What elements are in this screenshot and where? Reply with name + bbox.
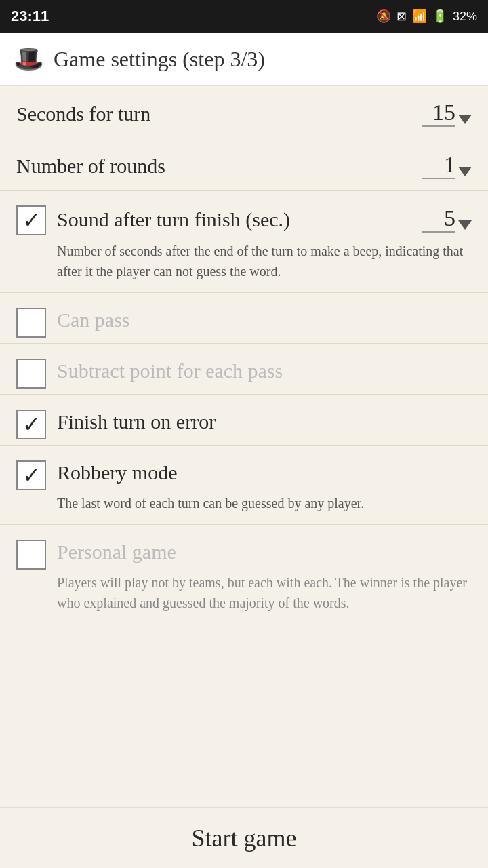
- finish-turn-row[interactable]: ✓ Finish turn on error: [0, 395, 488, 445]
- personal-game-description: Players will play not by teams, but each…: [0, 572, 488, 624]
- sound-checkbox[interactable]: ✓: [16, 205, 46, 235]
- robbery-mode-label: Robbery mode: [57, 459, 177, 486]
- start-game-button[interactable]: Start game: [192, 824, 297, 852]
- subtract-point-checkbox[interactable]: [16, 359, 46, 389]
- robbery-checkmark: ✓: [22, 465, 41, 486]
- sound-after-turn-row[interactable]: ✓ Sound after turn finish (sec.) 5: [0, 191, 488, 241]
- hat-icon: 🎩: [14, 45, 44, 73]
- seconds-for-turn-row[interactable]: Seconds for turn 15: [0, 86, 488, 138]
- personal-game-label: Personal game: [57, 538, 176, 565]
- can-pass-label: Can pass: [57, 307, 130, 333]
- personal-game-checkbox[interactable]: [16, 540, 46, 570]
- can-pass-row[interactable]: Can pass: [0, 293, 488, 343]
- finish-turn-checkmark: ✓: [22, 414, 41, 435]
- page-header: 🎩 Game settings (step 3/3): [0, 33, 488, 86]
- subtract-point-label: Subtract point for each pass: [57, 357, 283, 384]
- number-of-rounds-label: Number of rounds: [16, 155, 165, 178]
- seconds-value-area[interactable]: 15: [422, 101, 472, 127]
- sound-label-value: Sound after turn finish (sec.) 5: [57, 207, 472, 233]
- sim-icon: ⊠: [396, 9, 407, 24]
- seconds-dropdown-arrow[interactable]: [458, 115, 472, 124]
- status-time: 23:11: [11, 7, 49, 25]
- battery-icon: 🔋: [432, 9, 447, 24]
- sound-dropdown-arrow[interactable]: [458, 220, 472, 230]
- finish-turn-label: Finish turn on error: [57, 408, 216, 435]
- robbery-description: The last word of each turn can be guesse…: [0, 493, 488, 524]
- seconds-for-turn-label: Seconds for turn: [16, 102, 150, 125]
- page-title: Game settings (step 3/3): [54, 47, 265, 72]
- rounds-value-area[interactable]: 1: [422, 153, 472, 179]
- personal-game-row[interactable]: Personal game: [0, 525, 488, 572]
- sound-checkmark: ✓: [22, 210, 41, 231]
- rounds-value: 1: [422, 153, 455, 179]
- status-right: 🔕 ⊠ 📶 🔋 32%: [376, 9, 477, 24]
- number-of-rounds-row[interactable]: Number of rounds 1: [0, 138, 488, 191]
- robbery-mode-row[interactable]: ✓ Robbery mode: [0, 446, 488, 493]
- robbery-checkbox[interactable]: ✓: [16, 460, 46, 490]
- rounds-dropdown-arrow[interactable]: [458, 167, 472, 176]
- battery-percent: 32%: [453, 9, 477, 24]
- status-bar: 23:11 🔕 ⊠ 📶 🔋 32%: [0, 0, 488, 33]
- sound-value: 5: [422, 207, 455, 233]
- seconds-value: 15: [422, 101, 455, 127]
- footer[interactable]: Start game: [0, 807, 488, 868]
- sound-after-turn-label: Sound after turn finish (sec.): [57, 208, 290, 231]
- wifi-icon: 📶: [412, 9, 427, 24]
- finish-turn-checkbox[interactable]: ✓: [16, 410, 46, 439]
- sound-description: Number of seconds after the end of the t…: [0, 241, 488, 292]
- settings-content: Seconds for turn 15 Number of rounds 1 ✓…: [0, 86, 488, 807]
- sound-value-area[interactable]: 5: [422, 207, 472, 233]
- can-pass-checkbox[interactable]: [16, 308, 46, 338]
- subtract-point-row[interactable]: Subtract point for each pass: [0, 344, 488, 394]
- mute-icon: 🔕: [376, 9, 391, 24]
